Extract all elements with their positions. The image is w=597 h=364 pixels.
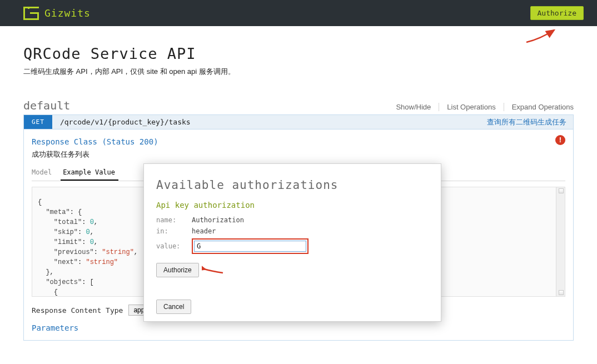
annotation-arrow-modal-icon (202, 265, 224, 275)
header-bar: Gizwits Authorize (0, 0, 597, 26)
auth-in-label: in: (156, 227, 192, 235)
tab-model[interactable]: Model (32, 166, 57, 181)
cancel-button[interactable]: Cancel (156, 300, 191, 314)
action-list-operations[interactable]: List Operations (439, 103, 504, 111)
tab-example-value[interactable]: Example Value (61, 166, 118, 181)
auth-name-value: Authorization (192, 216, 244, 224)
svg-rect-1 (23, 7, 25, 20)
auth-value-input[interactable] (194, 241, 306, 252)
page-description: 二维码生成服务 API，内部 API，仅供 site 和 open api 服务… (23, 67, 574, 77)
auth-in-value: header (192, 227, 216, 235)
auth-name-label: name: (156, 216, 192, 224)
svg-rect-0 (23, 7, 39, 8)
modal-subtitle: Api key authorization (156, 201, 429, 210)
authorize-button-modal[interactable]: Authorize (156, 263, 199, 277)
brand-name: Gizwits (44, 7, 91, 19)
section-header: default Show/Hide List Operations Expand… (23, 99, 574, 112)
svg-rect-4 (30, 12, 39, 14)
page-title: QRCode Service API (23, 45, 574, 62)
svg-rect-2 (23, 18, 39, 20)
section-name[interactable]: default (23, 99, 70, 112)
authorize-button-top[interactable]: Authorize (530, 6, 584, 20)
parameters-heading: Parameters (32, 323, 565, 332)
scrollbar[interactable] (556, 187, 565, 296)
action-show-hide[interactable]: Show/Hide (388, 103, 439, 111)
auth-value-label: value: (156, 242, 192, 250)
response-note: 成功获取任务列表 (32, 149, 565, 159)
gizwits-logo-icon (23, 7, 39, 20)
section-actions: Show/Hide List Operations Expand Operati… (388, 103, 574, 111)
http-method-badge: GET (24, 115, 52, 129)
modal-title: Available authorizations (156, 178, 429, 192)
brand-logo: Gizwits (23, 7, 91, 20)
response-class-heading: Response Class (Status 200) (32, 137, 565, 146)
auth-value-highlight-box (192, 238, 309, 254)
operation-summary[interactable]: 查询所有二维码生成任务 (487, 117, 573, 127)
operation-header[interactable]: GET /qrcode/v1/{product_key}/tasks 查询所有二… (23, 114, 574, 129)
operation-path: /qrcode/v1/{product_key}/tasks (52, 118, 191, 126)
action-expand-operations[interactable]: Expand Operations (504, 103, 574, 111)
response-content-type-label: Response Content Type (32, 306, 123, 315)
svg-rect-5 (28, 7, 29, 9)
warning-icon[interactable]: ! (555, 135, 565, 145)
authorizations-modal: Available authorizations Api key authori… (143, 163, 441, 322)
